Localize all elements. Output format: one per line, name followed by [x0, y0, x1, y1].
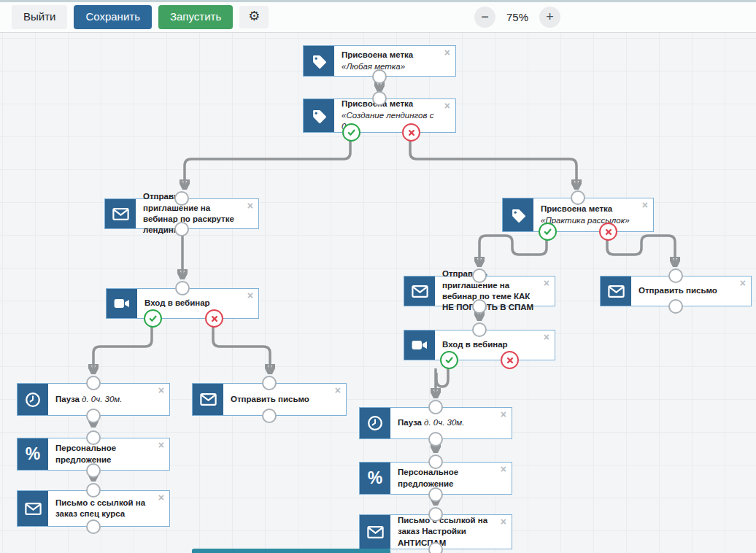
tag-icon [503, 198, 533, 231]
fail-output-port[interactable] [205, 309, 223, 328]
zoom-in-button[interactable]: + [539, 7, 560, 28]
input-port[interactable] [472, 322, 487, 337]
node-pause-1[interactable]: Пауза д. 0ч. 30м.× [17, 383, 170, 416]
input-port[interactable] [86, 483, 101, 498]
close-icon[interactable]: × [544, 332, 549, 342]
input-port[interactable] [175, 281, 190, 295]
mail-icon [601, 276, 631, 306]
zoom-controls: − 75% + [474, 7, 560, 28]
close-icon[interactable]: × [740, 278, 746, 288]
gear-icon[interactable]: ⚙ [239, 6, 269, 29]
close-icon[interactable]: × [247, 290, 253, 301]
run-button[interactable]: Запустить [158, 5, 233, 29]
node-send-1[interactable]: Отправить письмо× [192, 383, 347, 416]
output-port[interactable] [472, 299, 487, 314]
close-icon[interactable]: × [501, 409, 506, 419]
close-icon[interactable]: × [158, 440, 164, 450]
input-port[interactable] [472, 268, 487, 283]
node-webinar-2[interactable]: Вход в вебинар× [404, 330, 555, 360]
input-port[interactable] [262, 376, 277, 390]
video-icon [404, 330, 435, 360]
percent-icon: % [18, 438, 48, 470]
node-offer-1[interactable]: %Персональное предложение× [17, 438, 170, 471]
output-port[interactable] [86, 519, 101, 534]
close-icon[interactable]: × [247, 201, 253, 211]
node-pause-2[interactable]: Пауза д. 0ч. 30м.× [359, 407, 512, 439]
node-title: Отправить письмо [223, 384, 346, 415]
node-title: Персональное предложение [48, 438, 169, 470]
mail-icon [404, 276, 435, 306]
success-output-port[interactable] [342, 123, 360, 142]
output-port[interactable] [174, 222, 189, 236]
node-letter-2[interactable]: Письмо с ссылкой на заказ Настройки АНТИ… [359, 514, 512, 549]
node-title: Отправить приглашение на вебинар по теме… [435, 276, 555, 306]
fail-output-port[interactable] [599, 223, 617, 241]
clock-icon [18, 384, 48, 415]
percent-icon: % [360, 463, 390, 494]
input-port[interactable] [428, 455, 443, 469]
close-icon[interactable]: × [501, 517, 506, 527]
node-offer-2[interactable]: %Персональное предложение× [359, 462, 512, 495]
fail-output-port[interactable] [402, 123, 420, 142]
clock-icon [360, 408, 390, 438]
node-send-2[interactable]: Отправить письмо× [600, 276, 752, 306]
output-port[interactable] [86, 463, 101, 478]
exit-button[interactable]: Выйти [12, 5, 67, 29]
node-invite-spam[interactable]: Отправить приглашение на вебинар по теме… [404, 276, 555, 306]
input-port[interactable] [428, 507, 443, 522]
output-port[interactable] [372, 69, 387, 84]
mail-icon [105, 199, 136, 228]
node-letter-1[interactable]: Письмо с ссылкой на заказ спец курса× [17, 490, 170, 527]
output-port[interactable] [428, 432, 443, 446]
node-title: Отправить письмо [631, 276, 751, 306]
close-icon[interactable]: × [544, 278, 549, 288]
node-tag-any[interactable]: Присвоена метка «Любая метка»× [303, 45, 456, 77]
input-port[interactable] [86, 430, 101, 445]
save-button[interactable]: Сохранить [74, 5, 152, 29]
mail-icon [360, 515, 390, 549]
output-port[interactable] [86, 409, 101, 423]
output-port[interactable] [428, 487, 443, 502]
close-icon[interactable]: × [501, 464, 506, 474]
fail-output-port[interactable] [501, 351, 519, 369]
node-layer: Присвоена метка «Любая метка»×Присвоена … [0, 0, 756, 553]
node-invite-landing[interactable]: Отправить приглашение на вебинар по раск… [104, 198, 259, 229]
tag-icon [304, 46, 334, 76]
zoom-out-button[interactable]: − [474, 7, 495, 28]
node-title: Пауза д. 0ч. 30м. [48, 384, 169, 415]
success-output-port[interactable] [539, 223, 557, 241]
input-port[interactable] [174, 191, 189, 206]
output-port[interactable] [262, 409, 277, 423]
close-icon[interactable]: × [444, 47, 450, 58]
success-output-port[interactable] [144, 309, 162, 328]
mail-icon [193, 384, 223, 415]
flow-editor-window: Выйти Сохранить Запустить ⚙ − 75% + Прис… [0, 0, 756, 553]
toolbar: Выйти Сохранить Запустить ⚙ − 75% + [0, 2, 756, 33]
input-port[interactable] [372, 91, 387, 106]
node-title: Письмо с ссылкой на заказ спец курса [48, 491, 169, 526]
node-tag-landing[interactable]: Присвоена метка «Создание лендингов с 0»… [303, 98, 456, 133]
video-icon [107, 289, 137, 318]
partial-node-below-viewport[interactable] [192, 549, 390, 553]
output-port[interactable] [668, 299, 683, 314]
success-output-port[interactable] [440, 351, 458, 369]
mail-icon [18, 491, 48, 526]
zoom-level: 75% [501, 11, 533, 23]
input-port[interactable] [86, 376, 101, 390]
close-icon[interactable]: × [642, 200, 648, 210]
input-port[interactable] [428, 400, 443, 414]
input-port[interactable] [668, 268, 683, 283]
close-icon[interactable]: × [158, 492, 164, 503]
node-webinar-1[interactable]: Вход в вебинар× [106, 288, 259, 319]
close-icon[interactable]: × [444, 101, 450, 111]
node-title: Персональное предложение [390, 463, 512, 494]
node-tag-practice[interactable]: Присвоена метка «Практика рассылок»× [502, 198, 654, 232]
output-port[interactable] [428, 542, 443, 553]
node-title: Пауза д. 0ч. 30м. [390, 408, 512, 438]
node-title: Присвоена метка «Любая метка» [334, 46, 455, 76]
close-icon[interactable]: × [335, 385, 341, 395]
close-icon[interactable]: × [158, 385, 164, 395]
tag-icon [304, 99, 334, 132]
node-title: Отправить приглашение на вебинар по раск… [136, 199, 258, 228]
input-port[interactable] [571, 190, 585, 205]
